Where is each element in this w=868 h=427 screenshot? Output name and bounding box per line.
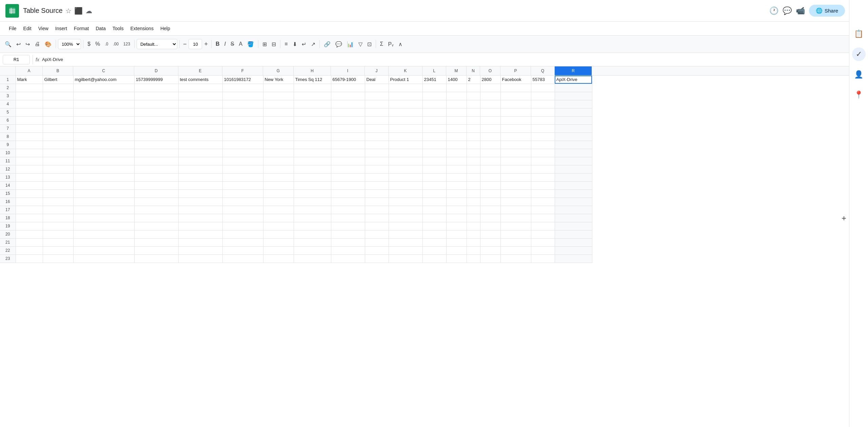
cell-G22[interactable]: [263, 246, 294, 255]
cell-F16[interactable]: [222, 198, 263, 206]
cell-K22[interactable]: [389, 246, 422, 255]
cell-J13[interactable]: [365, 173, 389, 181]
cell-N9[interactable]: [467, 141, 480, 149]
cell-P17[interactable]: [500, 206, 531, 214]
cell-K1[interactable]: Product 1: [389, 76, 422, 84]
cell-B19[interactable]: [43, 222, 73, 230]
cell-B12[interactable]: [43, 165, 73, 173]
cell-M6[interactable]: [446, 116, 467, 124]
cell-O14[interactable]: [480, 181, 500, 189]
cell-D12[interactable]: [134, 165, 178, 173]
cell-D2[interactable]: [134, 84, 178, 92]
cell-N13[interactable]: [467, 173, 480, 181]
decrease-font-button[interactable]: −: [182, 40, 188, 48]
cell-O6[interactable]: [480, 116, 500, 124]
cell-E10[interactable]: [178, 149, 222, 157]
paint-format-button[interactable]: 🎨: [43, 40, 54, 49]
cell-M2[interactable]: [446, 84, 467, 92]
cell-M19[interactable]: [446, 222, 467, 230]
row-number-1[interactable]: 1: [0, 76, 16, 84]
cell-L1[interactable]: 23451: [422, 76, 446, 84]
cell-E20[interactable]: [178, 230, 222, 238]
cell-G3[interactable]: [263, 92, 294, 100]
cell-J16[interactable]: [365, 198, 389, 206]
font-size-input[interactable]: [189, 39, 202, 49]
cell-P9[interactable]: [500, 141, 531, 149]
cell-I22[interactable]: [331, 246, 365, 255]
cell-F5[interactable]: [222, 108, 263, 116]
cell-Q1[interactable]: 55783: [531, 76, 555, 84]
cell-M5[interactable]: [446, 108, 467, 116]
cell-E8[interactable]: [178, 133, 222, 141]
cell-E11[interactable]: [178, 157, 222, 165]
cell-I8[interactable]: [331, 133, 365, 141]
cloud-icon[interactable]: ☁: [85, 7, 92, 15]
cell-G5[interactable]: [263, 108, 294, 116]
cell-E9[interactable]: [178, 141, 222, 149]
functions-button[interactable]: Pᵧ: [386, 40, 396, 49]
cell-B8[interactable]: [43, 133, 73, 141]
cell-L12[interactable]: [422, 165, 446, 173]
cell-L13[interactable]: [422, 173, 446, 181]
col-header-o[interactable]: O: [480, 66, 500, 75]
cell-R4[interactable]: [555, 100, 592, 108]
row-number-10[interactable]: 10: [0, 149, 16, 157]
cell-F12[interactable]: [222, 165, 263, 173]
cell-B18[interactable]: [43, 214, 73, 222]
cell-M12[interactable]: [446, 165, 467, 173]
cell-F3[interactable]: [222, 92, 263, 100]
cell-B21[interactable]: [43, 238, 73, 246]
cell-B23[interactable]: [43, 255, 73, 263]
cell-A21[interactable]: [16, 238, 43, 246]
cell-I10[interactable]: [331, 149, 365, 157]
share-button[interactable]: 🌐 Share: [809, 5, 845, 17]
cell-J21[interactable]: [365, 238, 389, 246]
wrap-button[interactable]: ↵: [300, 40, 308, 49]
cell-N16[interactable]: [467, 198, 480, 206]
row-number-13[interactable]: 13: [0, 173, 16, 181]
cell-Q20[interactable]: [531, 230, 555, 238]
cell-D19[interactable]: [134, 222, 178, 230]
cell-G19[interactable]: [263, 222, 294, 230]
cell-B5[interactable]: [43, 108, 73, 116]
cell-I16[interactable]: [331, 198, 365, 206]
cell-O2[interactable]: [480, 84, 500, 92]
chart-button[interactable]: 📊: [345, 40, 356, 49]
cell-M11[interactable]: [446, 157, 467, 165]
strikethrough-button[interactable]: S: [229, 40, 236, 48]
cell-D7[interactable]: [134, 124, 178, 133]
cell-C22[interactable]: [73, 246, 134, 255]
cell-B20[interactable]: [43, 230, 73, 238]
cell-A16[interactable]: [16, 198, 43, 206]
cell-M10[interactable]: [446, 149, 467, 157]
cell-N12[interactable]: [467, 165, 480, 173]
cell-J22[interactable]: [365, 246, 389, 255]
sidebar-check-icon[interactable]: ✓: [852, 47, 866, 61]
cell-H17[interactable]: [294, 206, 331, 214]
cell-G12[interactable]: [263, 165, 294, 173]
cell-P5[interactable]: [500, 108, 531, 116]
cell-B3[interactable]: [43, 92, 73, 100]
cell-D3[interactable]: [134, 92, 178, 100]
increase-font-button[interactable]: +: [203, 40, 209, 48]
cell-O15[interactable]: [480, 189, 500, 198]
cell-J5[interactable]: [365, 108, 389, 116]
cell-M4[interactable]: [446, 100, 467, 108]
cell-D1[interactable]: 15739999999: [134, 76, 178, 84]
cell-O11[interactable]: [480, 157, 500, 165]
cell-M21[interactable]: [446, 238, 467, 246]
cell-C19[interactable]: [73, 222, 134, 230]
cell-G15[interactable]: [263, 189, 294, 198]
cell-P19[interactable]: [500, 222, 531, 230]
cell-F1[interactable]: 10161983172: [222, 76, 263, 84]
cell-M1[interactable]: 1400: [446, 76, 467, 84]
star-icon[interactable]: ☆: [65, 7, 72, 15]
view-options-button[interactable]: ⊡: [365, 40, 374, 49]
cell-reference-input[interactable]: [3, 55, 30, 64]
col-header-r[interactable]: R: [555, 66, 592, 75]
cell-H13[interactable]: [294, 173, 331, 181]
cell-P1[interactable]: Facebook: [500, 76, 531, 84]
cell-D15[interactable]: [134, 189, 178, 198]
undo-button[interactable]: ↩: [14, 40, 23, 49]
cell-Q12[interactable]: [531, 165, 555, 173]
